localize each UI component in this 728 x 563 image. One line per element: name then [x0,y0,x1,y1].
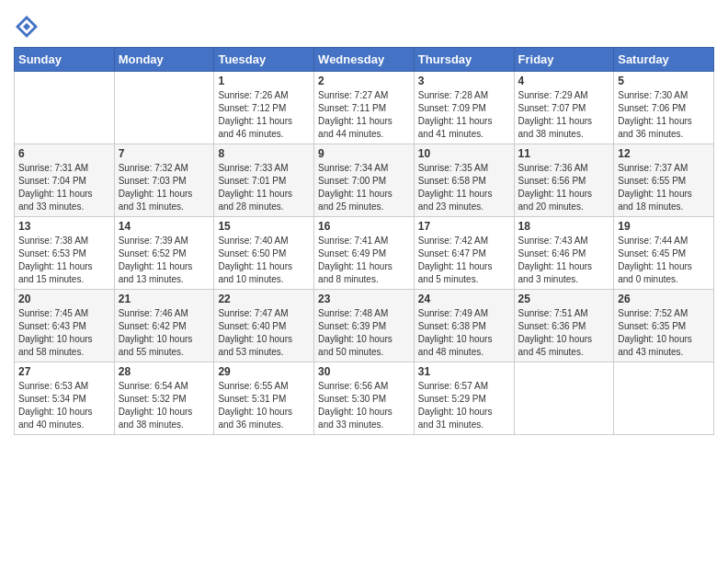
calendar-day-cell: 8Sunrise: 7:33 AM Sunset: 7:01 PM Daylig… [214,144,314,217]
day-info: Sunrise: 7:38 AM Sunset: 6:53 PM Dayligh… [18,235,110,286]
day-info: Sunrise: 7:39 AM Sunset: 6:52 PM Dayligh… [119,235,210,286]
day-info: Sunrise: 7:36 AM Sunset: 6:56 PM Dayligh… [518,162,610,213]
calendar-day-cell: 12Sunrise: 7:37 AM Sunset: 6:55 PM Dayli… [614,144,714,217]
day-number: 31 [418,365,510,378]
day-info: Sunrise: 7:51 AM Sunset: 6:36 PM Dayligh… [518,307,610,359]
calendar-day-cell: 26Sunrise: 7:52 AM Sunset: 6:35 PM Dayli… [614,290,714,362]
logo-icon [14,14,40,40]
day-number: 12 [618,147,710,160]
day-info: Sunrise: 6:56 AM Sunset: 5:30 PM Dayligh… [318,380,410,431]
calendar-day-cell: 25Sunrise: 7:51 AM Sunset: 6:36 PM Dayli… [514,290,614,362]
page: SundayMondayTuesdayWednesdayThursdayFrid… [0,0,728,563]
day-info: Sunrise: 7:48 AM Sunset: 6:39 PM Dayligh… [318,307,410,359]
calendar-day-cell: 22Sunrise: 7:47 AM Sunset: 6:40 PM Dayli… [214,290,314,362]
day-number: 8 [218,147,310,160]
day-info: Sunrise: 7:32 AM Sunset: 7:03 PM Dayligh… [119,162,210,213]
day-number: 16 [318,220,410,233]
calendar-day-cell: 3Sunrise: 7:28 AM Sunset: 7:09 PM Daylig… [414,72,514,144]
calendar-table: SundayMondayTuesdayWednesdayThursdayFrid… [14,47,714,435]
calendar-day-header: Sunday [15,48,115,72]
day-info: Sunrise: 7:52 AM Sunset: 6:35 PM Dayligh… [618,307,710,359]
calendar-day-cell: 11Sunrise: 7:36 AM Sunset: 6:56 PM Dayli… [514,144,614,217]
day-info: Sunrise: 7:30 AM Sunset: 7:06 PM Dayligh… [618,89,710,141]
day-info: Sunrise: 7:40 AM Sunset: 6:50 PM Dayligh… [218,235,310,286]
day-info: Sunrise: 7:47 AM Sunset: 6:40 PM Dayligh… [218,307,310,359]
day-info: Sunrise: 7:27 AM Sunset: 7:11 PM Dayligh… [318,89,410,141]
calendar-day-cell: 17Sunrise: 7:42 AM Sunset: 6:47 PM Dayli… [414,217,514,290]
calendar-day-cell: 23Sunrise: 7:48 AM Sunset: 6:39 PM Dayli… [314,290,415,362]
calendar-day-cell: 9Sunrise: 7:34 AM Sunset: 7:00 PM Daylig… [314,144,415,217]
day-number: 21 [119,293,210,305]
day-number: 4 [518,75,610,87]
day-number: 11 [518,147,610,160]
day-number: 24 [418,293,510,305]
day-info: Sunrise: 6:54 AM Sunset: 5:32 PM Dayligh… [119,380,210,431]
day-info: Sunrise: 7:33 AM Sunset: 7:01 PM Dayligh… [218,162,310,213]
day-info: Sunrise: 7:35 AM Sunset: 6:58 PM Dayligh… [418,162,510,213]
calendar-day-cell: 5Sunrise: 7:30 AM Sunset: 7:06 PM Daylig… [614,72,714,144]
day-info: Sunrise: 7:44 AM Sunset: 6:45 PM Dayligh… [618,235,710,286]
day-number: 1 [218,75,310,87]
calendar-day-cell: 28Sunrise: 6:54 AM Sunset: 5:32 PM Dayli… [114,362,214,435]
calendar-day-cell: 18Sunrise: 7:43 AM Sunset: 6:46 PM Dayli… [514,217,614,290]
calendar-week-row: 27Sunrise: 6:53 AM Sunset: 5:34 PM Dayli… [15,362,714,435]
day-number: 28 [119,365,210,378]
day-info: Sunrise: 7:45 AM Sunset: 6:43 PM Dayligh… [18,307,110,359]
day-number: 9 [318,147,410,160]
calendar-day-cell [15,72,115,144]
calendar-day-cell: 30Sunrise: 6:56 AM Sunset: 5:30 PM Dayli… [314,362,415,435]
calendar-day-cell: 10Sunrise: 7:35 AM Sunset: 6:58 PM Dayli… [414,144,514,217]
day-number: 27 [18,365,110,378]
day-info: Sunrise: 7:29 AM Sunset: 7:07 PM Dayligh… [518,89,610,141]
calendar-day-cell: 14Sunrise: 7:39 AM Sunset: 6:52 PM Dayli… [114,217,214,290]
calendar-week-row: 13Sunrise: 7:38 AM Sunset: 6:53 PM Dayli… [15,217,714,290]
calendar-day-header: Monday [114,48,214,72]
day-number: 2 [318,75,410,87]
day-info: Sunrise: 7:42 AM Sunset: 6:47 PM Dayligh… [418,235,510,286]
day-number: 7 [119,147,210,160]
day-number: 23 [318,293,410,305]
day-number: 26 [618,293,710,305]
calendar-day-cell [614,362,714,435]
day-number: 30 [318,365,410,378]
day-number: 20 [18,293,110,305]
calendar-day-cell: 7Sunrise: 7:32 AM Sunset: 7:03 PM Daylig… [114,144,214,217]
day-info: Sunrise: 6:53 AM Sunset: 5:34 PM Dayligh… [18,380,110,431]
calendar-day-header: Saturday [614,48,714,72]
day-info: Sunrise: 6:55 AM Sunset: 5:31 PM Dayligh… [218,380,310,431]
day-number: 29 [218,365,310,378]
day-info: Sunrise: 6:57 AM Sunset: 5:29 PM Dayligh… [418,380,510,431]
day-info: Sunrise: 7:46 AM Sunset: 6:42 PM Dayligh… [119,307,210,359]
calendar-day-header: Tuesday [214,48,314,72]
day-info: Sunrise: 7:26 AM Sunset: 7:12 PM Dayligh… [218,89,310,141]
calendar-day-cell: 24Sunrise: 7:49 AM Sunset: 6:38 PM Dayli… [414,290,514,362]
day-info: Sunrise: 7:37 AM Sunset: 6:55 PM Dayligh… [618,162,710,213]
day-number: 10 [418,147,510,160]
day-number: 22 [218,293,310,305]
day-number: 14 [119,220,210,233]
day-info: Sunrise: 7:43 AM Sunset: 6:46 PM Dayligh… [518,235,610,286]
calendar-week-row: 20Sunrise: 7:45 AM Sunset: 6:43 PM Dayli… [15,290,714,362]
day-number: 17 [418,220,510,233]
calendar-week-row: 6Sunrise: 7:31 AM Sunset: 7:04 PM Daylig… [15,144,714,217]
calendar-day-cell: 16Sunrise: 7:41 AM Sunset: 6:49 PM Dayli… [314,217,415,290]
day-info: Sunrise: 7:31 AM Sunset: 7:04 PM Dayligh… [18,162,110,213]
calendar-day-cell [514,362,614,435]
calendar-day-cell: 1Sunrise: 7:26 AM Sunset: 7:12 PM Daylig… [214,72,314,144]
day-info: Sunrise: 7:41 AM Sunset: 6:49 PM Dayligh… [318,235,410,286]
day-number: 15 [218,220,310,233]
calendar-day-cell: 20Sunrise: 7:45 AM Sunset: 6:43 PM Dayli… [15,290,115,362]
calendar-day-header: Wednesday [314,48,415,72]
calendar-day-header: Thursday [414,48,514,72]
calendar-day-cell: 19Sunrise: 7:44 AM Sunset: 6:45 PM Dayli… [614,217,714,290]
calendar-day-cell: 13Sunrise: 7:38 AM Sunset: 6:53 PM Dayli… [15,217,115,290]
calendar-header-row: SundayMondayTuesdayWednesdayThursdayFrid… [15,48,714,72]
day-info: Sunrise: 7:28 AM Sunset: 7:09 PM Dayligh… [418,89,510,141]
calendar-day-cell: 2Sunrise: 7:27 AM Sunset: 7:11 PM Daylig… [314,72,415,144]
calendar-day-cell: 6Sunrise: 7:31 AM Sunset: 7:04 PM Daylig… [15,144,115,217]
calendar-day-cell: 15Sunrise: 7:40 AM Sunset: 6:50 PM Dayli… [214,217,314,290]
header [14,9,714,40]
calendar-day-cell: 29Sunrise: 6:55 AM Sunset: 5:31 PM Dayli… [214,362,314,435]
day-number: 25 [518,293,610,305]
calendar-day-cell [114,72,214,144]
